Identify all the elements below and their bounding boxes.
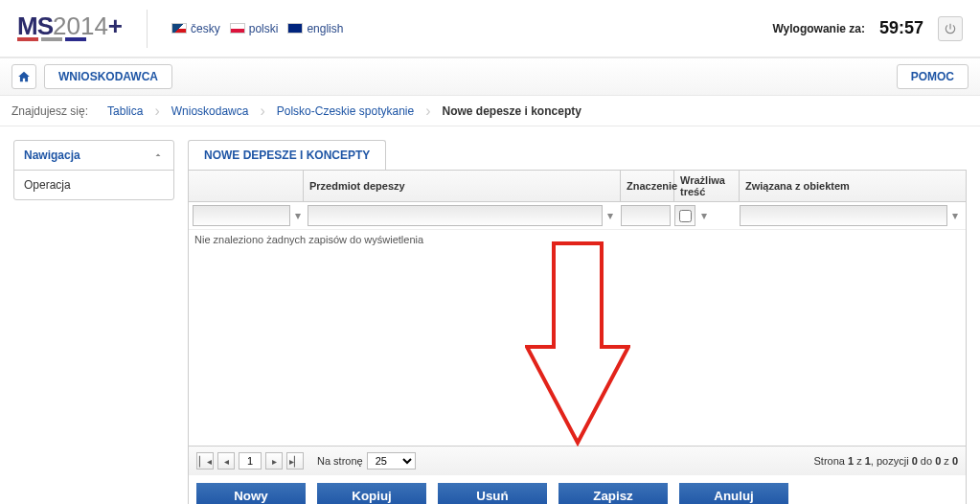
- pager-page-input[interactable]: [239, 452, 262, 470]
- breadcrumb-label: Znajdujesz się:: [11, 104, 88, 118]
- nav-header-label: Nawigacja: [24, 149, 80, 162]
- col-header-importance[interactable]: Znaczenie: [621, 171, 674, 201]
- power-icon: [944, 22, 957, 35]
- col-header-sensitive[interactable]: Wrażliwa treść: [674, 171, 740, 201]
- filter-input[interactable]: [193, 205, 290, 226]
- lang-polish[interactable]: polski: [230, 22, 279, 35]
- app-header: MS2014+ česky polski english Wylogowanie…: [0, 0, 980, 57]
- chevron-up-icon: [152, 149, 164, 161]
- home-button[interactable]: [11, 64, 36, 89]
- col-header-related[interactable]: Związana z obiektem: [740, 171, 966, 201]
- grid-filter-row: ▾ ▾ ▾ ▾: [189, 202, 966, 230]
- col-header[interactable]: [189, 171, 304, 201]
- lang-label: polski: [249, 22, 279, 35]
- toolbar: WNIOSKODAWCA POMOC: [0, 57, 980, 96]
- logout-label: Wylogowanie za:: [772, 22, 864, 35]
- header-separator: [147, 10, 148, 48]
- filter-icon[interactable]: ▾: [949, 205, 962, 226]
- delete-button[interactable]: Usuń: [438, 483, 547, 504]
- filter-input-importance[interactable]: [621, 205, 671, 226]
- lang-label: česky: [191, 22, 220, 35]
- pager-last-button[interactable]: ▸▏: [286, 452, 304, 470]
- cancel-button[interactable]: Anuluj: [679, 483, 788, 504]
- lang-czech[interactable]: česky: [171, 22, 220, 35]
- breadcrumb-item[interactable]: Wnioskodawca: [160, 96, 261, 126]
- applicant-tab[interactable]: WNIOSKODAWCA: [44, 64, 172, 89]
- pager-next-button[interactable]: ▸: [265, 452, 283, 470]
- language-switcher: česky polski english: [171, 22, 343, 35]
- pager-prev-button[interactable]: ◂: [217, 452, 235, 470]
- breadcrumb: Znajdujesz się: Tablica › Wnioskodawca ›…: [0, 96, 980, 126]
- filter-checkbox-sensitive[interactable]: [679, 210, 692, 222]
- lang-english[interactable]: english: [287, 22, 343, 35]
- action-row: Nowy Kopiuj Usuń Zapisz Anuluj: [189, 475, 966, 504]
- logo-plus: +: [108, 11, 123, 40]
- logout-button[interactable]: [938, 16, 963, 41]
- grid-header-row: Przedmiot depeszy Znaczenie Wrażliwa tre…: [189, 171, 966, 202]
- flag-cz-icon: [171, 23, 187, 34]
- arrow-down-icon: [525, 241, 630, 447]
- filter-icon[interactable]: ▾: [604, 205, 617, 226]
- logo-ms: MS: [17, 11, 53, 40]
- col-header-subject[interactable]: Przedmiot depeszy: [304, 171, 621, 201]
- main-content: NOWE DEPESZE I KONCEPTY Przedmiot depesz…: [188, 140, 967, 504]
- new-button[interactable]: Nowy: [196, 483, 306, 504]
- annotation-arrow: [525, 241, 630, 450]
- filter-input-related[interactable]: [740, 205, 947, 226]
- data-grid: Przedmiot depeszy Znaczenie Wrażliwa tre…: [188, 170, 967, 504]
- copy-button[interactable]: Kopiuj: [317, 483, 426, 504]
- pager-first-button[interactable]: ▏◂: [196, 452, 214, 470]
- page-tab[interactable]: NOWE DEPESZE I KONCEPTY: [188, 140, 386, 170]
- filter-input-subject[interactable]: [308, 205, 603, 226]
- grid-body: Nie znaleziono żadnych zapisów do wyświe…: [189, 230, 966, 446]
- sidebar-item-operation[interactable]: Operacja: [14, 171, 173, 199]
- flag-en-icon: [287, 23, 303, 34]
- help-button[interactable]: POMOC: [897, 64, 969, 89]
- logo: MS2014+: [17, 11, 123, 45]
- breadcrumb-item[interactable]: Polsko-Czeskie spotykanie: [265, 96, 425, 126]
- logo-underline: [17, 37, 123, 41]
- sidebar: Nawigacja Operacja: [13, 140, 174, 504]
- flag-pl-icon: [230, 23, 245, 34]
- per-page-label: Na stronę: [317, 455, 363, 467]
- logo-year: 2014: [53, 11, 108, 40]
- home-icon: [17, 70, 31, 83]
- pager-status: Strona 1 z 1, pozycji 0 do 0 z 0: [814, 455, 959, 467]
- nav-header[interactable]: Nawigacja: [14, 141, 173, 171]
- breadcrumb-current: Nowe depesze i koncepty: [431, 104, 593, 118]
- filter-icon[interactable]: ▾: [697, 205, 711, 226]
- per-page-select[interactable]: 25: [367, 452, 416, 470]
- logout-timer: 59:57: [879, 18, 923, 38]
- save-button[interactable]: Zapisz: [558, 483, 668, 504]
- lang-label: english: [307, 22, 343, 35]
- filter-icon[interactable]: ▾: [292, 205, 304, 226]
- breadcrumb-item[interactable]: Tablica: [96, 96, 154, 126]
